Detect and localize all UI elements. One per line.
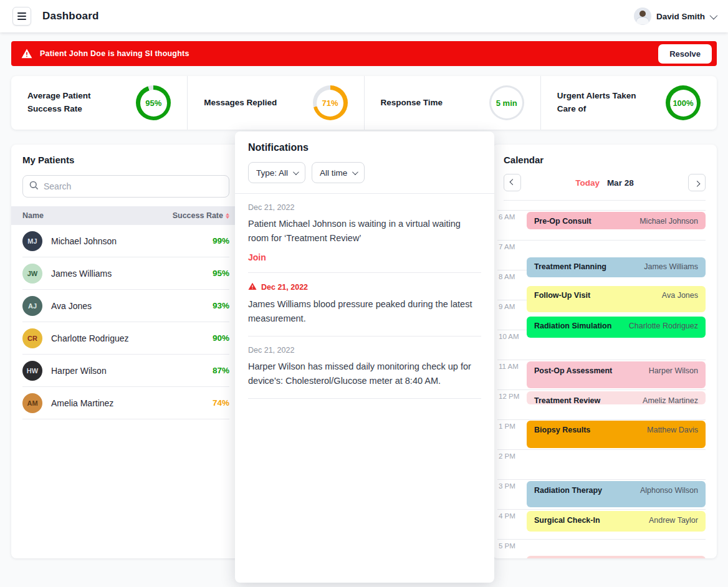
calendar-event[interactable]: Treatment Planning James Williams <box>527 257 706 277</box>
event-person: Charlotte Rodriguez <box>629 322 698 333</box>
alert-message: Patient John Doe is having SI thoughts <box>40 49 189 58</box>
calendar-event[interactable]: Surgical Check-In Andrew Taylor <box>527 511 706 532</box>
table-row[interactable]: AM Amelia Martinez 74% <box>22 387 229 419</box>
calendar-event[interactable] <box>527 556 706 558</box>
kpi-strip: Average Patient Success Rate 95% Message… <box>11 76 717 130</box>
success-rate-value: 74% <box>213 398 229 408</box>
notification-text: Harper Wilson has missed daily monitorin… <box>248 360 481 389</box>
calendar-panel: Calendar Today Mar 28 6 AM 7 AM 8 AM 9 A… <box>492 145 717 558</box>
stat-ring: 95% <box>136 85 171 120</box>
next-day-button[interactable] <box>688 174 706 191</box>
user-avatar <box>634 7 651 25</box>
event-title: Biopsy Results <box>534 426 590 443</box>
time-filter-dropdown[interactable]: All time <box>312 162 365 183</box>
success-rate-value: 95% <box>213 269 229 278</box>
table-row[interactable]: MJ Michael Johnson 99% <box>22 225 229 257</box>
event-person: Harper Wilson <box>649 366 698 383</box>
notification-text: Patient Michael Johnson is waiting in a … <box>248 217 481 246</box>
event-person: Alphonso Wilson <box>640 486 698 502</box>
hour-label: 6 AM <box>497 211 515 221</box>
table-row[interactable]: AJ Ava Jones 93% <box>22 290 229 322</box>
event-title: Surgical Check-In <box>534 516 600 527</box>
resolve-button[interactable]: Resolve <box>658 44 712 64</box>
top-bar: Dashboard David Smith <box>0 0 728 32</box>
notification-item: Dec 21, 2022 Patient Michael Johnson is … <box>248 194 481 273</box>
patient-name: Ava Jones <box>51 301 92 311</box>
hour-label: 3 PM <box>497 480 515 490</box>
stat-urgent-alerts: Urgent Alerts Taken Care of 100% <box>540 76 717 130</box>
event-person: Michael Johnson <box>639 217 698 224</box>
event-person: James Williams <box>644 262 698 272</box>
notification-date: Dec 21, 2022 <box>248 346 481 355</box>
prev-day-button[interactable] <box>504 174 521 191</box>
calendar-event[interactable]: Follow-Up Visit Ava Jones <box>527 286 706 312</box>
avatar: HW <box>22 361 42 381</box>
warning-icon <box>21 49 32 59</box>
event-title: Treatment Review <box>534 396 600 399</box>
hour-label: 4 PM <box>497 510 515 520</box>
notification-item: Dec 21, 2022 James Williams blood pressu… <box>248 273 481 336</box>
hour-label: 8 AM <box>497 271 515 280</box>
calendar-nav: Today Mar 28 <box>504 174 706 191</box>
sort-icon <box>226 213 229 219</box>
calendar-event[interactable]: Post-Op Assessment Harper Wilson <box>527 361 706 388</box>
notification-date: Dec 21, 2022 <box>248 203 481 212</box>
table-row[interactable]: JW James Williams 95% <box>22 257 229 290</box>
stat-label: Response Time <box>381 97 443 110</box>
event-title: Radiation Simulation <box>534 322 611 333</box>
stat-ring: 71% <box>313 85 348 120</box>
alert-triangle-icon <box>248 282 257 292</box>
chevron-left-icon <box>509 179 515 185</box>
hour-row: 5 PM <box>497 539 706 558</box>
notification-filters: Type: All All time <box>235 162 494 183</box>
event-title: Pre-Op Consult <box>534 217 592 224</box>
success-rate-value: 93% <box>213 301 229 310</box>
hour-label: 11 AM <box>497 361 519 370</box>
notifications-popup: Notifications Type: All All time Dec 21,… <box>235 131 494 583</box>
avatar: MJ <box>22 231 42 251</box>
patient-name: Michael Johnson <box>51 236 117 246</box>
notification-text: James Williams blood pressure peaked dur… <box>248 297 481 327</box>
calendar-event[interactable]: Radiation Therapy Alphonso Wilson <box>527 481 706 507</box>
calendar-event[interactable]: Radiation Simulation Charlotte Rodriguez <box>527 317 706 338</box>
notifications-list: Dec 21, 2022 Patient Michael Johnson is … <box>235 194 494 399</box>
calendar-grid: 6 AM 7 AM 8 AM 9 AM 10 AM 11 AM 12 PM 1 … <box>497 210 706 558</box>
search-input[interactable] <box>44 181 223 191</box>
patient-name: Amelia Martinez <box>51 398 113 408</box>
patient-search <box>22 175 229 198</box>
event-person: Andrew Taylor <box>649 516 698 527</box>
today-label: Today <box>575 178 600 188</box>
type-filter-dropdown[interactable]: Type: All <box>248 162 305 183</box>
chevron-down-icon <box>293 169 299 175</box>
user-name: David Smith <box>656 12 705 21</box>
user-menu[interactable]: David Smith <box>634 7 716 25</box>
success-rate-value: 99% <box>213 236 229 246</box>
event-title: Post-Op Assessment <box>534 366 612 383</box>
avatar: AM <box>22 393 42 413</box>
event-person: Ameliz Martinez <box>643 396 698 399</box>
chevron-right-icon <box>694 180 700 186</box>
hour-label: 2 PM <box>497 451 515 460</box>
patient-name: James Williams <box>51 269 112 279</box>
table-row[interactable]: CR Charlotte Rodriguez 90% <box>22 322 229 355</box>
calendar-event[interactable]: Biopsy Results Matthew Davis <box>527 421 706 448</box>
date-label: Mar 28 <box>607 178 634 188</box>
avatar: AJ <box>22 296 42 316</box>
search-icon <box>29 181 39 193</box>
chevron-down-icon <box>710 11 718 19</box>
success-rate-value: 87% <box>213 366 229 375</box>
calendar-title: Calendar <box>504 155 706 165</box>
join-link[interactable]: Join <box>248 252 266 262</box>
stat-response-time: Response Time 5 min <box>364 76 540 130</box>
table-row[interactable]: HW Harper Wilson 87% <box>22 355 229 387</box>
calendar-event[interactable]: Treatment Review Ameliz Martinez <box>527 391 706 404</box>
calendar-event[interactable]: Pre-Op Consult Michael Johnson <box>527 212 706 229</box>
hamburger-menu-button[interactable] <box>12 7 31 26</box>
stat-average-success-rate: Average Patient Success Rate 95% <box>11 76 187 130</box>
page-title: Dashboard <box>42 10 99 22</box>
patient-name: Charlotte Rodriguez <box>51 333 129 343</box>
column-success-rate[interactable]: Success Rate <box>173 211 229 220</box>
calendar-date: Today Mar 28 <box>521 178 688 188</box>
notifications-title: Notifications <box>235 142 494 153</box>
hour-label: 12 PM <box>497 391 519 400</box>
